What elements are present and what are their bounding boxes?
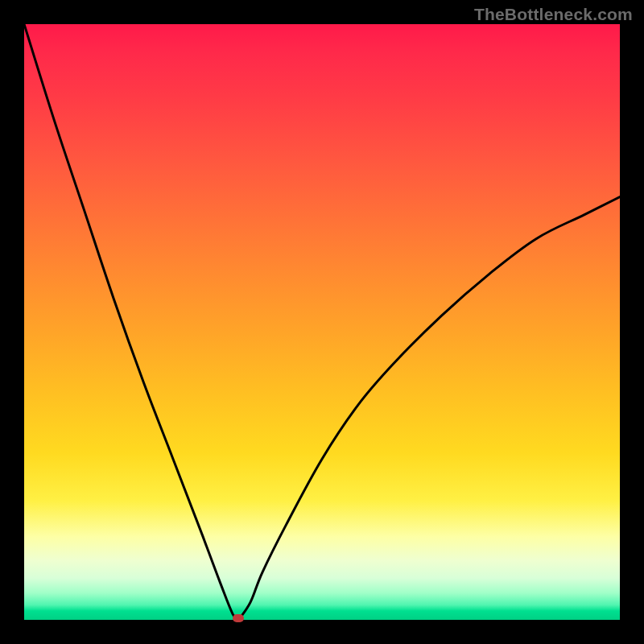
curve-right-branch bbox=[238, 197, 620, 620]
plot-area bbox=[24, 24, 620, 620]
optimal-point-marker bbox=[233, 614, 244, 622]
chart-frame: TheBottleneck.com bbox=[0, 0, 644, 644]
bottleneck-curve bbox=[24, 24, 620, 620]
watermark-text: TheBottleneck.com bbox=[474, 5, 633, 24]
curve-left-branch bbox=[24, 24, 238, 620]
